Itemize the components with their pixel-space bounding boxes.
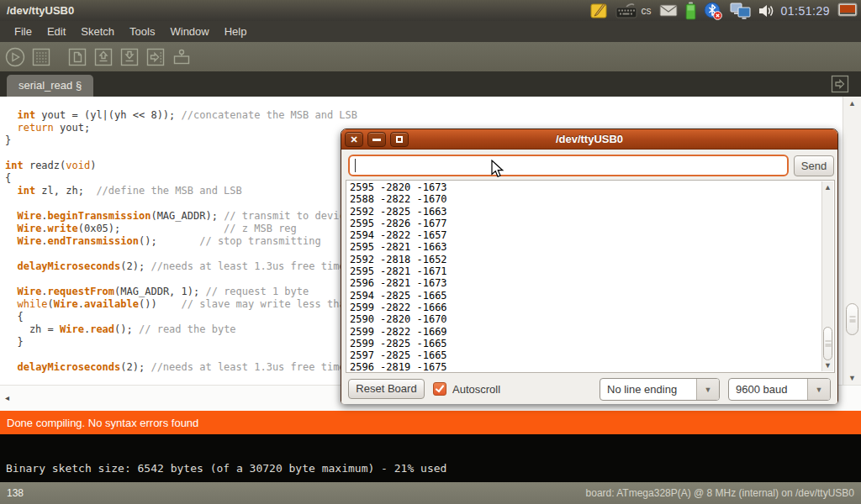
battery-icon[interactable] [685, 2, 696, 20]
serial-line: 2594 -2822 -1657 [350, 229, 447, 241]
serial-monitor-icon[interactable] [170, 45, 193, 69]
top-panel: /dev/ttyUSB0 cs 01:51: [0, 0, 861, 21]
maximize-icon[interactable] [390, 132, 409, 147]
line-ending-dropdown[interactable]: No line ending ▼ [600, 378, 720, 401]
serial-output-area[interactable]: 2595 -2820 -16732588 -2822 -16702592 -28… [346, 180, 835, 373]
open-icon[interactable] [92, 45, 115, 69]
serial-line: 2588 -2822 -1670 [350, 193, 447, 205]
serial-line: 2592 -2818 -1652 [350, 254, 447, 265]
serial-line: 2595 -2821 -1671 [350, 265, 447, 277]
line-ending-value: No line ending [600, 379, 696, 400]
network-icon[interactable] [730, 3, 751, 19]
autoscroll-label: Autoscroll [452, 383, 500, 396]
serial-line: 2595 -2820 -1673 [350, 181, 447, 193]
editor-vertical-scrollbar[interactable]: ▲ ▼ [843, 97, 861, 385]
serial-line: 2599 -2822 -1669 [350, 326, 447, 338]
menu-help[interactable]: Help [217, 23, 255, 40]
toolbar [0, 42, 861, 71]
tab-menu-icon[interactable] [831, 75, 849, 93]
new-sketch-icon[interactable] [66, 45, 89, 69]
window-title: /dev/ttyUSB0 [0, 4, 74, 17]
keyboard-layout-label[interactable]: cs [642, 5, 652, 17]
session-icon[interactable] [837, 3, 858, 19]
compile-status-text: Done compiling. No syntax errors found [7, 417, 198, 429]
line-number: 138 [7, 487, 24, 499]
reset-board-button[interactable]: Reset Board [348, 379, 425, 399]
menu-sketch[interactable]: Sketch [73, 23, 122, 40]
scroll-up-icon[interactable]: ▲ [843, 98, 861, 108]
baud-rate-dropdown[interactable]: 9600 baud ▼ [728, 378, 831, 401]
mouse-cursor [491, 160, 508, 183]
serial-send-input[interactable] [348, 155, 789, 176]
serial-line: 2599 -2825 -1665 [350, 338, 447, 349]
bluetooth-icon[interactable] [704, 2, 722, 20]
volume-icon[interactable] [758, 3, 774, 18]
serial-line: 2596 -2819 -1675 [350, 361, 447, 373]
serial-line: 2595 -2821 -1663 [350, 241, 447, 253]
menu-edit[interactable]: Edit [40, 23, 73, 40]
menubar: FileEditSketchToolsWindowHelp [0, 21, 861, 42]
scroll-up-icon[interactable]: ▲ [822, 182, 833, 192]
chevron-down-icon[interactable]: ▼ [696, 379, 719, 400]
screen: /dev/ttyUSB0 cs 01:51: [0, 0, 861, 504]
serial-line: 2599 -2822 -1666 [350, 302, 447, 313]
send-button[interactable]: Send [794, 155, 834, 176]
tab-serial-read[interactable]: serial_read § [7, 75, 93, 97]
scroll-down-icon[interactable]: ▼ [822, 360, 833, 370]
clock[interactable]: 01:51:29 [781, 4, 831, 18]
footer-status-bar: 138 board: ATmega328P(A) @ 8 MHz (intern… [0, 482, 861, 504]
code-line: int yout = (yl|(yh << 8)); //concatenate… [5, 109, 861, 122]
close-icon[interactable]: ✕ [345, 132, 363, 147]
stop-icon[interactable] [29, 45, 53, 69]
serial-line: 2592 -2825 -1663 [350, 206, 447, 218]
serial-scrollbar-thumb[interactable] [823, 327, 832, 360]
console-text: Binary sketch size: 6542 bytes (of a 307… [6, 462, 446, 475]
save-icon[interactable] [118, 45, 141, 69]
keyboard-layout-icon[interactable] [615, 3, 637, 18]
console-output: Binary sketch size: 6542 bytes (of a 307… [0, 434, 861, 482]
chevron-down-icon[interactable]: ▼ [807, 379, 830, 400]
minimize-icon[interactable] [367, 132, 386, 147]
compile-status-bar: Done compiling. No syntax errors found [0, 411, 861, 434]
serial-line: 2595 -2826 -1677 [350, 218, 447, 229]
baud-rate-value: 9600 baud [729, 379, 807, 400]
autoscroll-checkbox[interactable] [433, 382, 446, 396]
scroll-left-icon[interactable]: ◂ [5, 393, 9, 402]
tab-bar: serial_read § [0, 71, 861, 97]
serial-lines: 2595 -2820 -16732588 -2822 -16702592 -28… [350, 181, 447, 373]
serial-monitor-controls: Reset Board Autoscroll No line ending ▼ … [341, 374, 837, 404]
serial-line: 2597 -2825 -1665 [350, 349, 447, 361]
text-caret [355, 159, 356, 172]
serial-monitor-body: Send 2595 -2820 -16732588 -2822 -1670259… [341, 150, 837, 404]
scroll-down-icon[interactable]: ▼ [843, 373, 861, 383]
serial-line: 2596 -2821 -1673 [350, 277, 447, 289]
serial-vertical-scrollbar[interactable]: ▲ ▼ [821, 181, 833, 371]
editor-scrollbar-thumb[interactable] [846, 303, 858, 335]
note-icon[interactable] [590, 3, 608, 18]
serial-monitor-window: /dev/ttyUSB0 ✕ Send 2595 -2820 -16732588… [341, 129, 838, 404]
system-tray: cs 01:51:29 [590, 0, 861, 21]
serial-line: 2590 -2820 -1670 [350, 313, 447, 325]
menu-tools[interactable]: Tools [122, 23, 162, 40]
verify-icon[interactable] [3, 45, 27, 69]
upload-icon[interactable] [144, 45, 167, 69]
menu-window[interactable]: Window [162, 23, 216, 40]
mail-icon[interactable] [659, 4, 678, 17]
menu-file[interactable]: File [7, 23, 40, 40]
serial-monitor-title: /dev/ttyUSB0 [341, 133, 837, 145]
board-info: board: ATmega328P(A) @ 8 MHz (internal) … [586, 487, 854, 499]
serial-monitor-titlebar[interactable]: /dev/ttyUSB0 ✕ [341, 129, 837, 150]
serial-line: 2594 -2825 -1665 [350, 290, 447, 302]
